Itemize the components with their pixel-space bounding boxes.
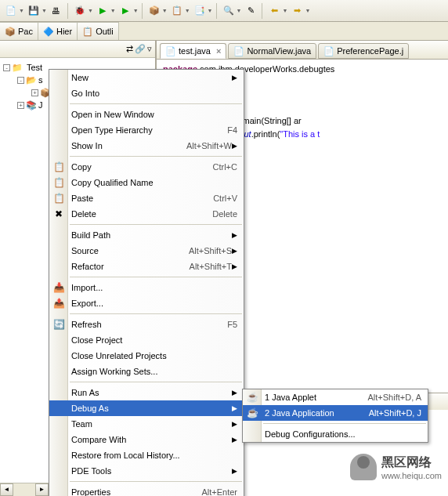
- menu-label: Delete: [71, 209, 96, 219]
- tab-label: Pac: [18, 27, 33, 36]
- menu-item-2-java-application[interactable]: ☕2 Java ApplicationAlt+Shift+D, J: [243, 405, 428, 421]
- menu-item-compare-with[interactable]: Compare With▶: [49, 432, 244, 447]
- menu-item-assign-working-sets-[interactable]: Assign Working Sets...: [49, 364, 244, 379]
- dropdown-icon[interactable]: ▼: [42, 8, 47, 13]
- new-icon[interactable]: 📄: [3, 3, 19, 19]
- debug-as-submenu: ☕1 Java AppletAlt+Shift+D, A☕2 Java Appl…: [242, 389, 428, 443]
- menu-label: Export...: [71, 299, 103, 308]
- dropdown-icon[interactable]: ▼: [88, 8, 93, 13]
- dropdown-icon[interactable]: ▼: [162, 8, 168, 13]
- collapse-icon[interactable]: ⇄: [126, 44, 133, 54]
- menu-item-close-project[interactable]: Close Project: [49, 332, 244, 348]
- menu-item-properties[interactable]: PropertiesAlt+Enter: [49, 484, 244, 496]
- menu-shortcut: Alt+Shift+D, J: [369, 408, 421, 418]
- package-icon: 📦: [5, 27, 16, 37]
- editor-tab-test[interactable]: 📄 test.java ×: [160, 43, 226, 59]
- scroll-left-icon[interactable]: ◄: [0, 483, 13, 496]
- menu-item-open-type-hierarchy[interactable]: Open Type HierarchyF4: [49, 122, 244, 138]
- run-icon[interactable]: ▶: [95, 3, 110, 19]
- tab-label: PreferencePage.j: [337, 46, 403, 56]
- debug-icon[interactable]: 🐞: [72, 3, 88, 19]
- menu-item-team[interactable]: Team▶: [49, 416, 244, 432]
- menu-item-go-into[interactable]: Go Into: [49, 85, 244, 101]
- editor-tab-preferencepage[interactable]: 📄 PreferencePage.j: [318, 43, 409, 59]
- menu-item-copy[interactable]: 📋CopyCtrl+C: [49, 159, 244, 175]
- menu-item-debug-configurations-[interactable]: Debug Configurations...: [243, 426, 428, 442]
- copy-icon: 📋: [52, 176, 65, 189]
- dropdown-icon[interactable]: ▼: [208, 8, 213, 13]
- dropdown-icon[interactable]: ▼: [282, 8, 287, 13]
- submenu-arrow-icon: ▶: [232, 142, 237, 150]
- menu-shortcut: F4: [227, 125, 237, 135]
- expand-icon[interactable]: +: [17, 102, 24, 109]
- dropdown-icon[interactable]: ▼: [19, 8, 24, 13]
- close-icon[interactable]: ×: [216, 46, 221, 56]
- save-icon[interactable]: 💾: [26, 3, 42, 19]
- menu-item-restore-from-local-history-[interactable]: Restore from Local History...: [49, 447, 244, 463]
- menu-label: Debug Configurations...: [265, 429, 356, 439]
- hierarchy-icon: 🔷: [43, 27, 54, 37]
- search-icon[interactable]: 🔍: [221, 3, 237, 19]
- menu-item-show-in[interactable]: Show InAlt+Shift+W ▶: [49, 138, 244, 154]
- dropdown-icon[interactable]: ▼: [110, 8, 116, 13]
- delete-icon: ✖: [52, 208, 65, 220]
- dropdown-icon[interactable]: ▼: [237, 8, 242, 13]
- submenu-arrow-icon: ▶: [232, 262, 237, 270]
- menu-item-refactor[interactable]: RefactorAlt+Shift+T ▶: [49, 259, 244, 274]
- menu-item-debug-as[interactable]: Debug As▶: [49, 400, 244, 416]
- dropdown-icon[interactable]: ▼: [185, 8, 190, 13]
- watermark-brand: 黑区网络: [381, 455, 432, 469]
- editor-tab-normalview[interactable]: 📄 NormalView.java: [228, 43, 316, 59]
- menu-item-new[interactable]: New▶: [49, 70, 244, 85]
- tree-label: Test: [24, 63, 45, 72]
- scroll-right-icon[interactable]: ►: [35, 483, 49, 496]
- run-ext-icon[interactable]: ▶: [117, 3, 133, 19]
- expand-icon[interactable]: -: [3, 64, 10, 71]
- menu-shortcut: Ctrl+V: [213, 194, 237, 203]
- applet-icon: ☕: [246, 391, 258, 404]
- menu-item-open-in-new-window[interactable]: Open in New Window: [49, 107, 244, 122]
- menu-item-close-unrelated-projects[interactable]: Close Unrelated Projects: [49, 348, 244, 364]
- menu-item-import-[interactable]: 📥Import...: [49, 280, 244, 295]
- expand-icon[interactable]: +: [31, 89, 38, 96]
- new-package-icon[interactable]: 📦: [146, 3, 162, 19]
- menu-item-source[interactable]: SourceAlt+Shift+S ▶: [49, 243, 244, 259]
- link-icon[interactable]: 🔗: [135, 44, 146, 54]
- dropdown-icon[interactable]: ▼: [305, 8, 310, 13]
- dropdown-icon[interactable]: ▼: [133, 8, 139, 13]
- code-text: main(String[] ar: [240, 116, 302, 125]
- new-other-icon[interactable]: 📑: [192, 3, 208, 19]
- menu-label: Run As: [71, 388, 99, 397]
- menu-shortcut: F5: [227, 320, 237, 329]
- tab-hierarchy[interactable]: 🔷 Hier: [38, 22, 78, 40]
- new-class-icon[interactable]: 📋: [169, 3, 185, 19]
- tool-icon[interactable]: ✎: [243, 3, 258, 19]
- tab-package-explorer[interactable]: 📦 Pac: [0, 22, 38, 40]
- menu-item-1-java-applet[interactable]: ☕1 Java AppletAlt+Shift+D, A: [243, 389, 428, 405]
- menu-item-run-as[interactable]: Run As▶: [49, 385, 244, 400]
- sidebar-toolbar: ⇄ 🔗 ▿: [0, 41, 155, 58]
- menu-label: Assign Working Sets...: [71, 367, 157, 376]
- code-text: .println(: [251, 129, 280, 139]
- menu-label: Paste: [71, 194, 93, 203]
- menu-item-build-path[interactable]: Build Path▶: [49, 227, 244, 243]
- menu-item-export-[interactable]: 📤Export...: [49, 295, 244, 311]
- tab-outline[interactable]: 📋 Outli: [78, 22, 119, 40]
- submenu-arrow-icon: ▶: [232, 74, 237, 81]
- editor-tab-bar: 📄 test.java × 📄 NormalView.java 📄 Prefer…: [157, 41, 448, 60]
- menu-icon[interactable]: ▿: [147, 44, 152, 54]
- menu-separator: [70, 313, 242, 314]
- menu-item-copy-qualified-name[interactable]: 📋Copy Qualified Name: [49, 175, 244, 190]
- print-icon[interactable]: 🖶: [49, 3, 64, 19]
- nav-fwd-icon[interactable]: ➡: [289, 3, 305, 19]
- menu-label: Close Unrelated Projects: [71, 351, 167, 360]
- expand-icon[interactable]: -: [17, 77, 24, 84]
- horizontal-scrollbar[interactable]: ◄ ►: [0, 483, 49, 496]
- menu-item-paste[interactable]: 📋PasteCtrl+V: [49, 190, 244, 206]
- menu-item-pde-tools[interactable]: PDE Tools▶: [49, 463, 244, 479]
- nav-back-icon[interactable]: ⬅: [266, 3, 282, 19]
- watermark-logo-icon: [350, 454, 377, 480]
- submenu-arrow-icon: ▶: [232, 404, 237, 412]
- menu-item-refresh[interactable]: 🔄RefreshF5: [49, 317, 244, 332]
- menu-item-delete[interactable]: ✖DeleteDelete: [49, 206, 244, 222]
